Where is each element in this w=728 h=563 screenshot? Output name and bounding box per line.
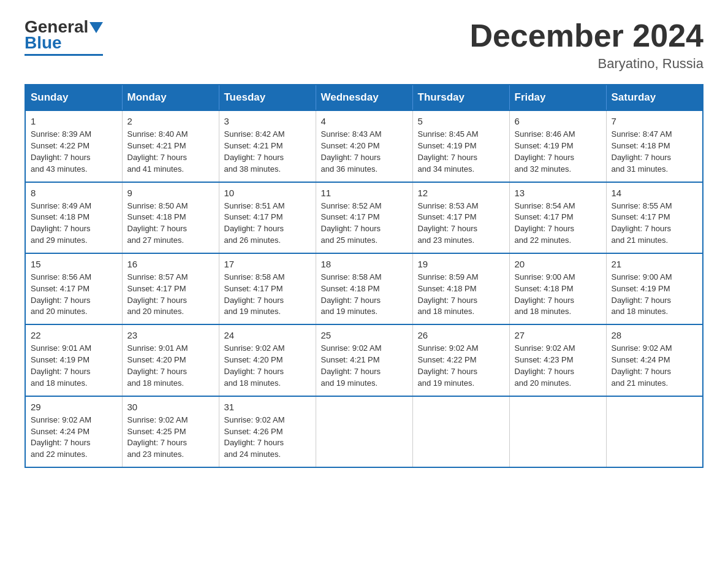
calendar-cell: 6Sunrise: 8:46 AM Sunset: 4:19 PM Daylig… — [509, 110, 606, 182]
day-info: Sunrise: 8:46 AM Sunset: 4:19 PM Dayligh… — [515, 129, 601, 175]
calendar-cell — [509, 396, 606, 467]
day-number: 2 — [127, 116, 214, 126]
calendar-header-wednesday: Wednesday — [316, 85, 412, 110]
calendar-header-friday: Friday — [509, 85, 606, 110]
day-info: Sunrise: 8:58 AM Sunset: 4:17 PM Dayligh… — [224, 272, 311, 318]
day-info: Sunrise: 8:59 AM Sunset: 4:18 PM Dayligh… — [418, 272, 504, 318]
calendar-cell: 23Sunrise: 9:01 AM Sunset: 4:20 PM Dayli… — [122, 324, 219, 396]
calendar-week-row: 8Sunrise: 8:49 AM Sunset: 4:18 PM Daylig… — [25, 182, 703, 253]
day-number: 14 — [612, 188, 698, 198]
day-info: Sunrise: 8:55 AM Sunset: 4:17 PM Dayligh… — [612, 201, 698, 247]
day-number: 16 — [127, 259, 214, 269]
calendar-cell: 28Sunrise: 9:02 AM Sunset: 4:24 PM Dayli… — [606, 324, 703, 396]
calendar-week-row: 1Sunrise: 8:39 AM Sunset: 4:22 PM Daylig… — [25, 110, 703, 182]
calendar-cell: 10Sunrise: 8:51 AM Sunset: 4:17 PM Dayli… — [219, 182, 316, 253]
calendar-header-monday: Monday — [122, 85, 219, 110]
day-number: 9 — [127, 188, 214, 198]
calendar-header-sunday: Sunday — [25, 85, 122, 110]
day-number: 22 — [31, 330, 117, 340]
calendar-cell: 9Sunrise: 8:50 AM Sunset: 4:18 PM Daylig… — [122, 182, 219, 253]
day-info: Sunrise: 9:02 AM Sunset: 4:24 PM Dayligh… — [612, 343, 698, 389]
day-number: 6 — [515, 116, 601, 126]
title-section: December 2024 Baryatino, Russia — [469, 18, 703, 72]
day-info: Sunrise: 8:49 AM Sunset: 4:18 PM Dayligh… — [31, 201, 117, 247]
day-number: 1 — [31, 116, 117, 126]
calendar-table: SundayMondayTuesdayWednesdayThursdayFrid… — [25, 84, 703, 468]
day-info: Sunrise: 9:00 AM Sunset: 4:19 PM Dayligh… — [612, 272, 698, 318]
calendar-cell: 19Sunrise: 8:59 AM Sunset: 4:18 PM Dayli… — [412, 253, 509, 324]
day-info: Sunrise: 8:58 AM Sunset: 4:18 PM Dayligh… — [321, 272, 408, 318]
calendar-week-row: 29Sunrise: 9:02 AM Sunset: 4:24 PM Dayli… — [25, 396, 703, 467]
day-number: 24 — [224, 330, 311, 340]
day-number: 5 — [418, 116, 504, 126]
calendar-cell: 14Sunrise: 8:55 AM Sunset: 4:17 PM Dayli… — [606, 182, 703, 253]
day-number: 26 — [418, 330, 504, 340]
logo: General Blue — [25, 18, 103, 56]
calendar-cell — [412, 396, 509, 467]
day-number: 20 — [515, 259, 601, 269]
calendar-cell: 30Sunrise: 9:02 AM Sunset: 4:25 PM Dayli… — [122, 396, 219, 467]
day-number: 17 — [224, 259, 311, 269]
day-number: 3 — [224, 116, 311, 126]
day-number: 10 — [224, 188, 311, 198]
calendar-cell — [316, 396, 412, 467]
day-number: 13 — [515, 188, 601, 198]
calendar-cell: 4Sunrise: 8:43 AM Sunset: 4:20 PM Daylig… — [316, 110, 412, 182]
calendar-cell: 21Sunrise: 9:00 AM Sunset: 4:19 PM Dayli… — [606, 253, 703, 324]
calendar-cell: 31Sunrise: 9:02 AM Sunset: 4:26 PM Dayli… — [219, 396, 316, 467]
svg-marker-0 — [89, 22, 103, 33]
month-title: December 2024 — [469, 18, 703, 53]
day-number: 31 — [224, 402, 311, 412]
calendar-cell: 3Sunrise: 8:42 AM Sunset: 4:21 PM Daylig… — [219, 110, 316, 182]
calendar-cell: 13Sunrise: 8:54 AM Sunset: 4:17 PM Dayli… — [509, 182, 606, 253]
day-number: 19 — [418, 259, 504, 269]
calendar-header-saturday: Saturday — [606, 85, 703, 110]
day-info: Sunrise: 9:02 AM Sunset: 4:20 PM Dayligh… — [224, 343, 311, 389]
calendar-cell: 27Sunrise: 9:02 AM Sunset: 4:23 PM Dayli… — [509, 324, 606, 396]
day-info: Sunrise: 8:45 AM Sunset: 4:19 PM Dayligh… — [418, 129, 504, 175]
day-info: Sunrise: 8:47 AM Sunset: 4:18 PM Dayligh… — [612, 129, 698, 175]
day-info: Sunrise: 8:57 AM Sunset: 4:17 PM Dayligh… — [127, 272, 214, 318]
day-number: 11 — [321, 188, 408, 198]
calendar-week-row: 15Sunrise: 8:56 AM Sunset: 4:17 PM Dayli… — [25, 253, 703, 324]
calendar-cell: 26Sunrise: 9:02 AM Sunset: 4:22 PM Dayli… — [412, 324, 509, 396]
day-info: Sunrise: 8:42 AM Sunset: 4:21 PM Dayligh… — [224, 129, 311, 175]
calendar-header-thursday: Thursday — [412, 85, 509, 110]
day-number: 28 — [612, 330, 698, 340]
day-info: Sunrise: 8:43 AM Sunset: 4:20 PM Dayligh… — [321, 129, 408, 175]
day-number: 29 — [31, 402, 117, 412]
day-info: Sunrise: 9:02 AM Sunset: 4:24 PM Dayligh… — [31, 415, 117, 461]
calendar-cell: 22Sunrise: 9:01 AM Sunset: 4:19 PM Dayli… — [25, 324, 122, 396]
calendar-cell: 11Sunrise: 8:52 AM Sunset: 4:17 PM Dayli… — [316, 182, 412, 253]
day-info: Sunrise: 8:51 AM Sunset: 4:17 PM Dayligh… — [224, 201, 311, 247]
day-info: Sunrise: 8:53 AM Sunset: 4:17 PM Dayligh… — [418, 201, 504, 247]
day-info: Sunrise: 9:01 AM Sunset: 4:19 PM Dayligh… — [31, 343, 117, 389]
calendar-cell: 25Sunrise: 9:02 AM Sunset: 4:21 PM Dayli… — [316, 324, 412, 396]
calendar-cell: 29Sunrise: 9:02 AM Sunset: 4:24 PM Dayli… — [25, 396, 122, 467]
day-number: 7 — [612, 116, 698, 126]
day-number: 15 — [31, 259, 117, 269]
calendar-cell: 8Sunrise: 8:49 AM Sunset: 4:18 PM Daylig… — [25, 182, 122, 253]
day-info: Sunrise: 9:01 AM Sunset: 4:20 PM Dayligh… — [127, 343, 214, 389]
calendar-week-row: 22Sunrise: 9:01 AM Sunset: 4:19 PM Dayli… — [25, 324, 703, 396]
calendar-cell: 18Sunrise: 8:58 AM Sunset: 4:18 PM Dayli… — [316, 253, 412, 324]
calendar-cell — [606, 396, 703, 467]
day-info: Sunrise: 8:40 AM Sunset: 4:21 PM Dayligh… — [127, 129, 214, 175]
calendar-cell: 20Sunrise: 9:00 AM Sunset: 4:18 PM Dayli… — [509, 253, 606, 324]
day-info: Sunrise: 9:02 AM Sunset: 4:26 PM Dayligh… — [224, 415, 311, 461]
calendar-header-row: SundayMondayTuesdayWednesdayThursdayFrid… — [25, 85, 703, 110]
calendar-cell: 5Sunrise: 8:45 AM Sunset: 4:19 PM Daylig… — [412, 110, 509, 182]
day-info: Sunrise: 8:56 AM Sunset: 4:17 PM Dayligh… — [31, 272, 117, 318]
calendar-header-tuesday: Tuesday — [219, 85, 316, 110]
calendar-cell: 24Sunrise: 9:02 AM Sunset: 4:20 PM Dayli… — [219, 324, 316, 396]
day-info: Sunrise: 8:39 AM Sunset: 4:22 PM Dayligh… — [31, 129, 117, 175]
day-number: 23 — [127, 330, 214, 340]
logo-blue-text: Blue — [25, 34, 62, 52]
day-info: Sunrise: 9:02 AM Sunset: 4:21 PM Dayligh… — [321, 343, 408, 389]
day-info: Sunrise: 8:50 AM Sunset: 4:18 PM Dayligh… — [127, 201, 214, 247]
day-info: Sunrise: 9:02 AM Sunset: 4:25 PM Dayligh… — [127, 415, 214, 461]
calendar-cell: 17Sunrise: 8:58 AM Sunset: 4:17 PM Dayli… — [219, 253, 316, 324]
day-info: Sunrise: 9:02 AM Sunset: 4:23 PM Dayligh… — [515, 343, 601, 389]
day-number: 4 — [321, 116, 408, 126]
day-number: 18 — [321, 259, 408, 269]
